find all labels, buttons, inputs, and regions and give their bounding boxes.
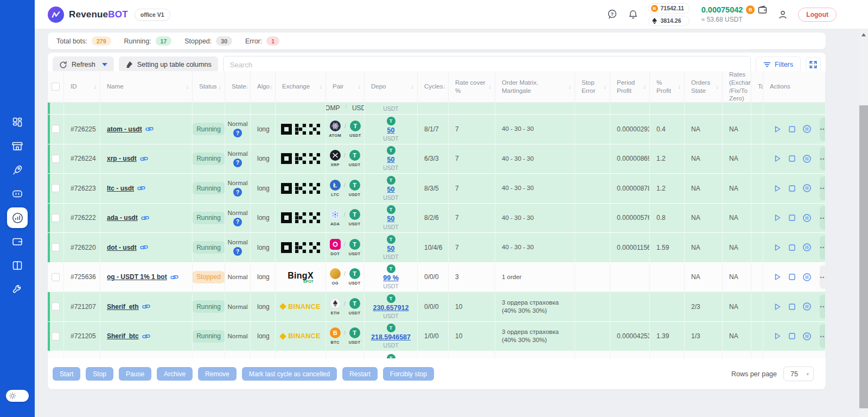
theme-toggle[interactable] [6, 390, 29, 402]
stop-button[interactable] [788, 125, 796, 134]
rows-per-page-select[interactable]: 75 ▾ [783, 367, 814, 381]
depo-value-link[interactable]: 50 [387, 156, 395, 163]
sort-icon[interactable]: ↓ [489, 83, 492, 90]
column-header-period[interactable]: Period Profit↓ [610, 71, 650, 102]
sidebar-item-stats[interactable] [7, 207, 28, 228]
column-header-depo[interactable]: Depo↓ [365, 71, 418, 102]
stop-button[interactable] [788, 184, 796, 193]
play-button[interactable] [773, 273, 782, 281]
sidebar-item-wallet[interactable] [7, 231, 28, 252]
row-checkbox[interactable] [52, 214, 60, 222]
sort-icon[interactable]: ↓ [320, 83, 323, 90]
pause-button[interactable] [802, 124, 812, 134]
row-checkbox[interactable] [52, 273, 60, 281]
link-icon[interactable] [137, 185, 145, 192]
play-button[interactable] [773, 332, 782, 340]
bot-name-link[interactable]: ltc - usdt [107, 185, 134, 192]
refresh-button[interactable]: Refresh [53, 56, 114, 73]
more-actions-button[interactable]: ⋯ [820, 324, 826, 348]
pause-button[interactable] [802, 273, 812, 282]
help-icon[interactable]: ? [607, 9, 618, 20]
profile-icon[interactable] [777, 9, 788, 20]
forcibly-stop-button[interactable]: Forcibly stop [383, 367, 434, 381]
sort-icon[interactable]: ↓ [569, 83, 572, 90]
link-icon[interactable] [145, 125, 154, 132]
link-icon[interactable] [141, 214, 149, 222]
restart-button[interactable]: Restart [342, 367, 378, 381]
link-icon[interactable] [170, 274, 178, 281]
setup-columns-button[interactable]: Setting up table columns [119, 56, 218, 73]
more-actions-button[interactable]: ⋯ [820, 117, 826, 141]
column-header-algo[interactable]: Algo↓ [251, 71, 276, 102]
row-checkbox[interactable] [52, 125, 60, 133]
play-button[interactable] [773, 125, 782, 134]
column-header-rates[interactable]: Rates (Exchange /Fix/To Zero)↓ [723, 71, 751, 102]
more-actions-button[interactable]: ⋯ [820, 147, 826, 170]
column-header-pair[interactable]: Pair↓ [326, 71, 365, 102]
sort-icon[interactable]: ↓ [716, 83, 719, 90]
sort-icon[interactable]: ↓ [358, 83, 361, 90]
column-header-name[interactable]: Name↓ [100, 71, 193, 102]
play-button[interactable] [773, 213, 782, 222]
row-checkbox[interactable] [52, 332, 60, 340]
column-header-id[interactable]: ID↓ [64, 71, 100, 102]
stop-button[interactable] [788, 243, 796, 252]
archive-button[interactable]: Archive [157, 367, 193, 381]
row-checkbox[interactable] [52, 302, 60, 311]
play-button[interactable] [773, 302, 782, 311]
sidebar-item-bots[interactable] [7, 184, 28, 204]
bot-name-link[interactable]: atom - usdt [107, 125, 142, 133]
sort-icon[interactable]: ↓ [246, 83, 250, 90]
refresh-dropdown-caret[interactable] [102, 63, 107, 66]
sort-icon[interactable]: ↓ [94, 83, 97, 90]
logout-button[interactable]: Logout [798, 8, 837, 22]
stop-button[interactable] [788, 273, 796, 281]
bot-name-link[interactable]: ada - usdt [107, 214, 138, 222]
stop-button[interactable] [788, 154, 796, 163]
remove-button[interactable]: Remove [198, 367, 237, 381]
row-checkbox[interactable] [52, 243, 60, 251]
depo-value-link[interactable]: 230.657912 [373, 304, 409, 312]
state-help-icon[interactable]: ? [233, 218, 242, 226]
bot-name-link[interactable]: og - USDT 1% 1 bot [107, 273, 167, 281]
link-icon[interactable] [140, 244, 148, 251]
column-header-status[interactable]: Status↓ [193, 71, 225, 102]
depo-value-link[interactable]: 99 % [383, 274, 399, 282]
column-header-state[interactable]: State↓ [225, 71, 251, 102]
pause-button[interactable] [802, 243, 812, 252]
row-checkbox[interactable] [52, 155, 60, 163]
sort-icon[interactable]: ↓ [411, 83, 414, 90]
depo-value-link[interactable]: 50 [387, 245, 395, 252]
more-actions-button[interactable]: ⋯ [820, 206, 826, 230]
sidebar-item-marketplace[interactable] [7, 136, 28, 156]
pause-button[interactable] [802, 302, 812, 311]
state-help-icon[interactable]: ? [233, 159, 242, 167]
bot-name-link[interactable]: Sherif_btc [107, 332, 139, 340]
ticker-btc[interactable]: B71542.11 [648, 3, 690, 14]
bot-name-link[interactable]: xrp - usdt [107, 155, 137, 162]
stop-button[interactable] [788, 332, 796, 340]
sidebar-item-rocket[interactable] [7, 160, 28, 180]
pause-button[interactable] [802, 332, 812, 341]
state-help-icon[interactable]: ? [233, 247, 242, 256]
sort-icon[interactable]: ↓ [604, 83, 607, 90]
pause-button[interactable]: Pause [119, 367, 151, 381]
bot-name-link[interactable]: dot - usdt [107, 244, 137, 251]
sort-icon[interactable]: ↓ [643, 83, 647, 90]
pause-button[interactable] [802, 184, 812, 193]
select-all-checkbox[interactable] [52, 83, 60, 91]
sidebar-item-tools[interactable] [7, 279, 28, 300]
column-header-stop_error[interactable]: Stop Error↓ [575, 71, 610, 102]
scrollbar-up-arrow[interactable] [861, 33, 866, 36]
column-header-matrix[interactable]: Order Matrix. Martingale↓ [495, 71, 575, 102]
depo-value-link[interactable]: 50 [387, 215, 395, 223]
bot-name-link[interactable]: Sherif_eth [107, 303, 139, 311]
brand-logo[interactable]: RevenueBOT [48, 7, 128, 23]
more-actions-button[interactable]: ⋯ [820, 265, 826, 289]
column-header-exchange[interactable]: Exchange↓ [276, 71, 326, 102]
play-button[interactable] [773, 184, 782, 193]
scrollbar-thumb[interactable] [859, 105, 868, 408]
depo-value-link[interactable]: 50 [387, 186, 395, 193]
row-checkbox[interactable] [52, 184, 60, 192]
more-actions-button[interactable]: ⋯ [820, 236, 826, 260]
